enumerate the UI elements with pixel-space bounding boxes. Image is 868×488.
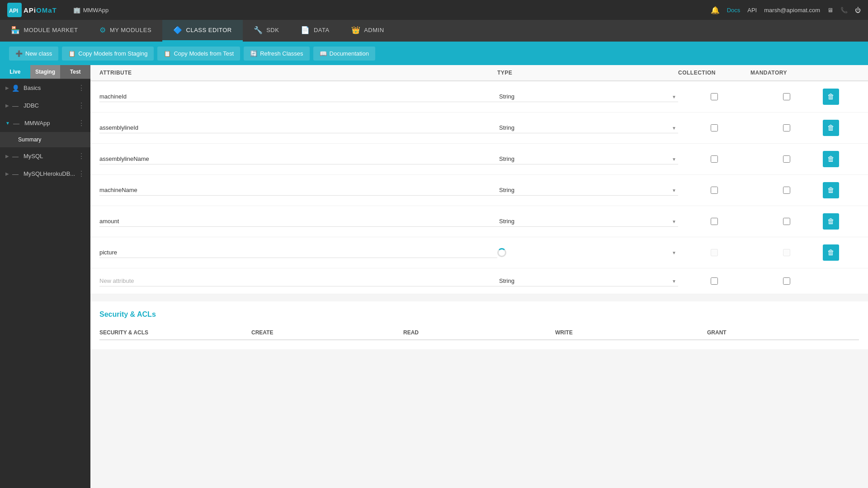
- mysqlheroku-label: MySQLHerokuDB...: [24, 170, 78, 177]
- env-tab-test[interactable]: Test: [60, 65, 90, 79]
- delete-button[interactable]: 🗑: [823, 151, 839, 167]
- type-select[interactable]: StringIntegerDoubleBoolean: [497, 185, 678, 196]
- mandatory-cell: [750, 93, 823, 100]
- tab-admin[interactable]: 👑 ADMIN: [340, 20, 395, 42]
- mandatory-cell: [750, 155, 823, 163]
- collection-cell: [678, 93, 750, 100]
- basics-more-icon[interactable]: ⋮: [78, 84, 85, 92]
- type-select[interactable]: StringIntegerDoubleBoolean: [497, 91, 678, 102]
- docs-link[interactable]: Docs: [727, 7, 741, 14]
- collection-checkbox[interactable]: [711, 124, 718, 131]
- sidebar-item-jdbc[interactable]: ▶ — JDBC ⋮: [0, 97, 90, 114]
- mandatory-cell: [750, 277, 823, 285]
- mysql-more-icon[interactable]: ⋮: [78, 152, 85, 160]
- type-cell: StringIntegerDoubleBoolean: [497, 91, 678, 102]
- attribute-input[interactable]: [99, 91, 497, 102]
- new-class-button[interactable]: ➕ New class: [9, 47, 58, 61]
- delete-button[interactable]: 🗑: [823, 120, 839, 136]
- tab-class-editor[interactable]: 🔷 CLASS EDITOR: [162, 20, 243, 42]
- env-test-label: Test: [70, 69, 81, 75]
- mmwapp-more-icon[interactable]: ⋮: [78, 119, 85, 127]
- mandatory-checkbox[interactable]: [783, 124, 790, 131]
- copy-staging-icon: 📋: [68, 50, 75, 57]
- monitor-icon: 🖥: [827, 7, 833, 14]
- delete-button[interactable]: 🗑: [823, 182, 839, 198]
- mandatory-checkbox[interactable]: [783, 277, 790, 285]
- tab-data[interactable]: 📄 DATA: [290, 20, 340, 42]
- action-cell: 🗑: [823, 213, 859, 230]
- table-row: StringIntegerDoubleBoolean 🗑: [90, 206, 868, 237]
- delete-button[interactable]: 🗑: [823, 89, 839, 105]
- jdbc-dash-icon: —: [11, 102, 20, 109]
- mandatory-cell: [750, 218, 823, 225]
- type-select[interactable]: StringIntegerDoubleBoolean: [497, 276, 678, 286]
- mmwapp-dash-icon: —: [12, 120, 21, 127]
- table-row: StringIntegerDoubleBoolean 🗑: [90, 81, 868, 113]
- attribute-cell: [99, 247, 497, 258]
- attribute-input[interactable]: [99, 185, 497, 196]
- content-area: Attribute Type Collection Mandatory Stri…: [90, 65, 868, 488]
- action-cell: 🗑: [823, 244, 859, 261]
- tab-module-market[interactable]: 🏪 MODULE MARKET: [0, 20, 89, 42]
- sidebar-item-mysqlheroku[interactable]: ▶ — MySQLHerokuDB... ⋮: [0, 165, 90, 183]
- collection-cell: [678, 124, 750, 131]
- type-select[interactable]: StringIntegerDoubleBoolean: [497, 154, 678, 164]
- api-link[interactable]: API: [747, 7, 757, 14]
- delete-button[interactable]: 🗑: [823, 213, 839, 230]
- mandatory-cell: [750, 187, 823, 194]
- basics-arrow-icon: ▶: [5, 85, 9, 90]
- sidebar-item-basics[interactable]: ▶ 👤 Basics ⋮: [0, 79, 90, 97]
- collection-cell: [678, 155, 750, 163]
- sidebar-item-mmwapp[interactable]: ▼ — MMWApp ⋮: [0, 114, 90, 132]
- documentation-button[interactable]: 📖 Documentation: [313, 47, 375, 61]
- notification-bell-icon[interactable]: 🔔: [711, 6, 720, 14]
- current-app: 🏢 MMWApp: [73, 7, 109, 14]
- collection-checkbox[interactable]: [711, 155, 718, 163]
- collection-checkbox[interactable]: [711, 277, 718, 285]
- security-title: Security & ACLs: [99, 310, 859, 319]
- mandatory-checkbox[interactable]: [783, 218, 790, 225]
- action-bar: ➕ New class 📋 Copy Models from Staging 📋…: [0, 42, 868, 65]
- copy-test-label: Copy Models from Test: [174, 50, 234, 57]
- attribute-input[interactable]: [99, 122, 497, 133]
- type-cell: StringIntegerDoubleBoolean: [497, 216, 678, 227]
- jdbc-label: JDBC: [24, 102, 78, 109]
- tab-my-modules[interactable]: ⚙ MY MODULES: [89, 20, 162, 42]
- mysqlheroku-more-icon[interactable]: ⋮: [78, 169, 85, 178]
- tab-class-editor-label: CLASS EDITOR: [186, 27, 232, 33]
- svg-text:API: API: [9, 8, 18, 14]
- collection-checkbox[interactable]: [711, 93, 718, 100]
- top-bar-right: 🔔 Docs API marsh@apiomat.com 🖥 📞 ⏻: [711, 6, 861, 14]
- basics-user-icon: 👤: [11, 84, 20, 92]
- tab-my-modules-label: MY MODULES: [110, 27, 151, 33]
- attribute-input[interactable]: [99, 247, 497, 258]
- collection-checkbox[interactable]: [711, 187, 718, 194]
- sec-col-0: Security & ACLs: [99, 329, 251, 336]
- sidebar-child-summary[interactable]: Summary: [0, 132, 90, 147]
- delete-button[interactable]: 🗑: [823, 244, 839, 261]
- mandatory-checkbox[interactable]: [783, 187, 790, 194]
- mandatory-checkbox[interactable]: [783, 93, 790, 100]
- attribute-input[interactable]: [99, 154, 497, 164]
- copy-staging-button[interactable]: 📋 Copy Models from Staging: [62, 47, 154, 61]
- mysqlheroku-arrow-icon: ▶: [5, 171, 9, 176]
- type-select[interactable]: StringIntegerDoubleBoolean: [497, 216, 678, 227]
- mysql-arrow-icon: ▶: [5, 154, 9, 159]
- type-cell: StringIntegerDoubleBoolean: [497, 154, 678, 164]
- attribute-input[interactable]: [99, 216, 497, 227]
- col-actions: [823, 70, 859, 76]
- power-icon[interactable]: ⏻: [855, 7, 861, 14]
- env-tab-staging[interactable]: Staging: [30, 65, 61, 79]
- mandatory-checkbox[interactable]: [783, 155, 790, 163]
- copy-test-button[interactable]: 📋 Copy Models from Test: [157, 47, 240, 61]
- copy-test-icon: 📋: [164, 50, 171, 57]
- jdbc-more-icon[interactable]: ⋮: [78, 101, 85, 110]
- new-attribute-input[interactable]: [99, 276, 497, 286]
- refresh-classes-button[interactable]: 🔄 Refresh Classes: [244, 47, 309, 61]
- collection-checkbox[interactable]: [711, 218, 718, 225]
- tab-sdk[interactable]: 🔧 SDK: [243, 20, 290, 42]
- type-select[interactable]: StringIntegerDoubleBoolean: [497, 122, 678, 133]
- sidebar-item-mysql[interactable]: ▶ — MySQL ⋮: [0, 147, 90, 165]
- env-tab-live[interactable]: Live: [0, 65, 30, 79]
- tab-module-market-label: MODULE MARKET: [24, 27, 78, 33]
